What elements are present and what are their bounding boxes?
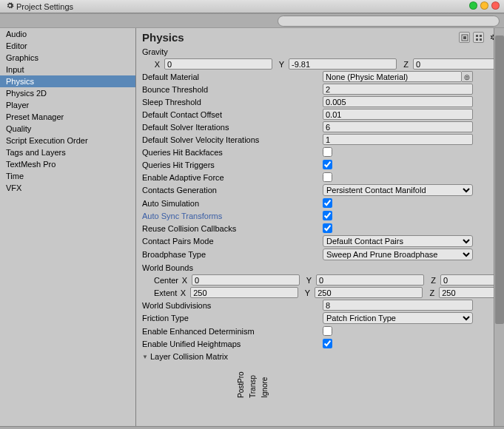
sidebar: AudioEditorGraphicsInputPhysicsPhysics 2… (0, 28, 136, 426)
search-input[interactable] (278, 16, 500, 27)
enable-unified-heightmaps-label: Enable Unified Heightmaps (141, 340, 323, 348)
default-material-field[interactable] (323, 71, 462, 82)
sidebar-item-tags-and-layers[interactable]: Tags and Layers (0, 146, 135, 158)
titlebar: Project Settings (0, 0, 504, 13)
default-solver-iterations-label: Default Solver Iterations (141, 123, 323, 132)
reuse-collision-callbacks-label: Reuse Collision Callbacks (141, 224, 323, 233)
auto-simulation-label: Auto Simulation (141, 199, 323, 208)
preset-icon[interactable] (459, 32, 470, 43)
axis-x-label: X (151, 60, 160, 69)
main-panel: Physics ✲ Gravity X Y Z (136, 28, 504, 426)
macos-window-controls (469, 1, 500, 10)
enable-enhanced-determinism-label: Enable Enhanced Determinism (141, 327, 323, 336)
sidebar-item-time[interactable]: Time (0, 170, 135, 182)
broadphase-type-select[interactable]: Sweep And Prune Broadphase (323, 249, 473, 260)
default-contact-offset-input[interactable] (323, 109, 473, 120)
search-bar: ⌕ (0, 13, 504, 28)
window-title: Project Settings (16, 2, 73, 11)
page-title: Physics (142, 31, 184, 44)
sidebar-item-preset-manager[interactable]: Preset Manager (0, 111, 135, 123)
queries-hit-backfaces-checkbox[interactable] (323, 147, 332, 157)
world-bounds-center-x[interactable] (192, 274, 300, 286)
gravity-x-input[interactable] (164, 58, 272, 70)
broadphase-type-label: Broadphase Type (141, 250, 323, 259)
world-bounds-center-y[interactable] (316, 274, 424, 286)
friction-type-select[interactable]: Patch Friction Type (323, 312, 473, 324)
default-material-label: Default Material (141, 72, 323, 81)
contact-pairs-mode-select[interactable]: Default Contact Pairs (323, 235, 473, 247)
enable-adaptive-force-checkbox[interactable] (323, 172, 332, 182)
gravity-z-input[interactable] (413, 58, 504, 70)
sidebar-item-player[interactable]: Player (0, 99, 135, 111)
gear-icon (6, 1, 14, 11)
world-subdivisions-label: World Subdivisions (141, 301, 323, 310)
sidebar-item-audio[interactable]: Audio (0, 28, 135, 40)
enable-unified-heightmaps-checkbox[interactable] (323, 339, 332, 348)
svg-rect-1 (463, 36, 466, 39)
world-bounds-extent-y[interactable] (315, 287, 423, 298)
status-bar (0, 426, 504, 429)
vertical-scrollbar[interactable] (494, 28, 504, 426)
queries-hit-triggers-checkbox[interactable] (323, 160, 332, 169)
matrix-column-label: Ignore (261, 377, 269, 398)
reuse-collision-callbacks-checkbox[interactable] (323, 223, 332, 233)
contact-pairs-mode-label: Contact Pairs Mode (141, 237, 323, 246)
sleep-threshold-label: Sleep Threshold (141, 98, 323, 107)
matrix-column-label: Transp (249, 375, 257, 398)
sidebar-item-quality[interactable]: Quality (0, 123, 135, 135)
window-tab[interactable]: Project Settings (3, 0, 76, 13)
world-bounds-extent-x[interactable] (190, 287, 298, 298)
svg-rect-4 (476, 38, 478, 41)
contacts-generation-select[interactable]: Persistent Contact Manifold (323, 184, 473, 196)
gravity-label: Gravity (141, 47, 323, 56)
sleep-threshold-input[interactable] (323, 96, 473, 107)
enable-adaptive-force-label: Enable Adaptive Force (141, 173, 323, 182)
sidebar-item-vfx[interactable]: VFX (0, 182, 135, 194)
svg-rect-3 (480, 35, 482, 37)
default-contact-offset-label: Default Contact Offset (141, 110, 323, 119)
matrix-column-label: PostPro (237, 371, 245, 398)
queries-hit-backfaces-label: Queries Hit Backfaces (141, 148, 323, 157)
zoom-button[interactable] (469, 1, 477, 10)
sidebar-item-physics[interactable]: Physics (0, 75, 135, 87)
default-solver-velocity-iterations-label: Default Solver Velocity Iterations (141, 135, 323, 144)
minimize-button[interactable] (480, 1, 488, 10)
svg-rect-5 (480, 38, 482, 41)
layer-collision-matrix-foldout[interactable]: Layer Collision Matrix (141, 352, 323, 361)
friction-type-label: Friction Type (141, 314, 323, 322)
bounce-threshold-label: Bounce Threshold (141, 85, 323, 94)
world-bounds-center-label: Center (141, 276, 178, 285)
bounce-threshold-input[interactable] (323, 84, 473, 95)
default-solver-velocity-iterations-input[interactable] (323, 134, 473, 145)
scrollbar-thumb[interactable] (495, 36, 504, 324)
default-solver-iterations-input[interactable] (323, 121, 473, 132)
sidebar-item-textmesh-pro[interactable]: TextMesh Pro (0, 158, 135, 170)
axis-y-label: Y (275, 60, 284, 69)
layer-collision-matrix: PostProTranspIgnore (141, 365, 500, 399)
auto-sync-transforms-label: Auto Sync Transforms (141, 212, 323, 220)
world-bounds-extent-label: Extent (141, 288, 177, 297)
gravity-y-input[interactable] (289, 58, 397, 70)
inspector-content: Gravity X Y Z Default Material ◎ Bounce … (136, 45, 504, 426)
svg-rect-2 (476, 35, 478, 37)
axis-z-label: Z (400, 60, 409, 69)
close-button[interactable] (491, 1, 500, 10)
sidebar-item-editor[interactable]: Editor (0, 40, 135, 52)
auto-sync-transforms-checkbox[interactable] (323, 211, 332, 220)
world-bounds-label: World Bounds (141, 263, 323, 272)
sidebar-item-input[interactable]: Input (0, 64, 135, 75)
world-subdivisions-input[interactable] (323, 300, 473, 311)
contacts-generation-label: Contacts Generation (141, 186, 323, 195)
sidebar-item-script-execution-order[interactable]: Script Execution Order (0, 135, 135, 146)
sidebar-item-graphics[interactable]: Graphics (0, 52, 135, 64)
enable-enhanced-determinism-checkbox[interactable] (323, 326, 332, 336)
queries-hit-triggers-label: Queries Hit Triggers (141, 161, 323, 169)
auto-simulation-checkbox[interactable] (323, 198, 332, 208)
help-icon[interactable] (473, 32, 484, 43)
object-picker-icon[interactable]: ◎ (462, 71, 473, 82)
sidebar-item-physics-2d[interactable]: Physics 2D (0, 87, 135, 99)
